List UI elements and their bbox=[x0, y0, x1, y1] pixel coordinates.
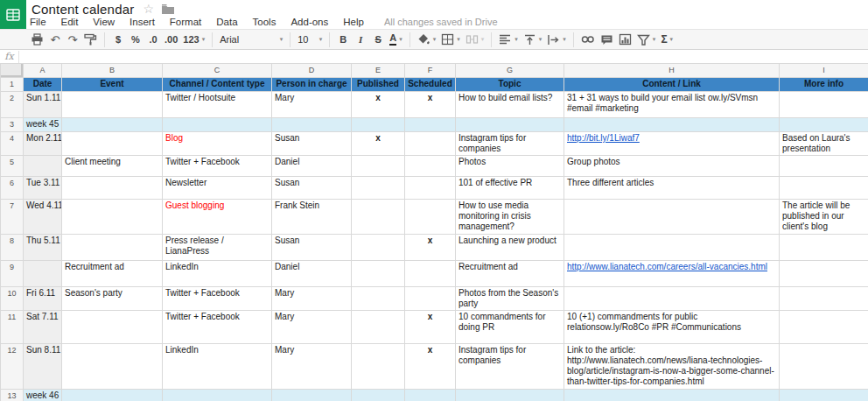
cell-D7[interactable]: Frank Stein bbox=[272, 200, 352, 235]
cell-D1[interactable]: Person in charge bbox=[272, 78, 352, 92]
cell-I5[interactable] bbox=[780, 156, 868, 177]
cell-H7[interactable] bbox=[564, 200, 780, 235]
cell-B7[interactable] bbox=[62, 200, 163, 235]
paint-format-button[interactable] bbox=[81, 31, 100, 48]
cell-D11[interactable]: Mary bbox=[272, 311, 352, 344]
cell-F8[interactable]: x bbox=[405, 235, 456, 261]
strikethrough-button[interactable]: S bbox=[369, 31, 387, 48]
filter-button[interactable]: ▾ bbox=[634, 31, 659, 48]
increase-decimal-button[interactable]: .00 bbox=[162, 31, 180, 48]
menu-data[interactable]: Data bbox=[216, 17, 237, 27]
cell-G8[interactable]: Launching a new product bbox=[456, 235, 564, 261]
font-size-select[interactable]: 10▾ bbox=[295, 31, 325, 48]
cell-C11[interactable]: Twitter + Facebook bbox=[163, 311, 272, 344]
cell-H5[interactable]: Group photos bbox=[564, 156, 780, 177]
menu-file[interactable]: File bbox=[30, 17, 46, 27]
cell-I6[interactable] bbox=[780, 177, 868, 200]
cell-B2[interactable] bbox=[62, 92, 163, 118]
cell-F2[interactable]: x bbox=[405, 92, 456, 118]
cell-E1[interactable]: Published bbox=[352, 78, 405, 92]
cell-C12[interactable]: LinkedIn bbox=[163, 344, 272, 390]
cell-I9[interactable] bbox=[780, 261, 868, 287]
cell-G10[interactable]: Photos from the Season's party bbox=[456, 287, 564, 311]
cell-A12[interactable]: Sun 8.11 bbox=[24, 344, 62, 390]
column-header-B[interactable]: B bbox=[62, 64, 163, 78]
cell-A2[interactable]: Sun 1.11 bbox=[24, 92, 62, 118]
cell-H12[interactable]: Link to the article: http://www.lianatec… bbox=[564, 344, 780, 390]
cell-H4[interactable]: http://bit.ly/1Liwaf7 bbox=[564, 132, 780, 156]
cell-B11[interactable] bbox=[62, 311, 163, 344]
format-percent-button[interactable]: % bbox=[127, 31, 144, 48]
cell-D3[interactable] bbox=[272, 118, 352, 132]
cell-D9[interactable]: Daniel bbox=[272, 261, 352, 287]
cell-B13[interactable] bbox=[62, 390, 163, 401]
row-header-5[interactable]: 5 bbox=[1, 156, 24, 177]
cell-C6[interactable]: Newsletter bbox=[163, 177, 272, 200]
cell-A7[interactable]: Wed 4.11 bbox=[24, 200, 62, 235]
cell-G7[interactable]: How to use media monitoring in crisis ma… bbox=[456, 200, 564, 235]
cell-A13[interactable]: week 46 bbox=[24, 390, 62, 401]
select-all-corner[interactable] bbox=[1, 64, 24, 78]
cell-A9[interactable] bbox=[24, 261, 62, 287]
cell-A3[interactable]: week 45 bbox=[24, 118, 62, 132]
cell-F11[interactable]: x bbox=[405, 311, 456, 344]
cell-G5[interactable]: Photos bbox=[456, 156, 564, 177]
row-header-6[interactable]: 6 bbox=[1, 177, 24, 200]
menu-format[interactable]: Format bbox=[170, 17, 201, 27]
cell-C2[interactable]: Twitter / Hootsuite bbox=[163, 92, 272, 118]
cell-C5[interactable]: Twitter + Facebook bbox=[163, 156, 272, 177]
cell-D2[interactable]: Mary bbox=[272, 92, 352, 118]
insert-comment-button[interactable] bbox=[598, 31, 616, 48]
text-color-button[interactable]: A▾ bbox=[387, 31, 404, 48]
row-header-8[interactable]: 8 bbox=[1, 235, 24, 261]
folder-icon[interactable] bbox=[162, 4, 174, 14]
cell-A6[interactable]: Tue 3.11 bbox=[24, 177, 62, 200]
cell-I10[interactable] bbox=[780, 287, 868, 311]
column-header-D[interactable]: D bbox=[272, 64, 352, 78]
cell-D4[interactable]: Susan bbox=[272, 132, 352, 156]
cell-E5[interactable] bbox=[352, 156, 405, 177]
column-header-F[interactable]: F bbox=[405, 64, 456, 78]
document-title[interactable]: Content calendar bbox=[32, 2, 134, 17]
menu-add-ons[interactable]: Add-ons bbox=[290, 17, 328, 27]
cell-E4[interactable]: x bbox=[352, 132, 405, 156]
cell-H1[interactable]: Content / Link bbox=[564, 78, 780, 92]
cell-C3[interactable] bbox=[163, 118, 272, 132]
cell-C8[interactable]: Press release / LianaPress bbox=[163, 235, 272, 261]
cell-F5[interactable] bbox=[405, 156, 456, 177]
cell-B12[interactable] bbox=[62, 344, 163, 390]
cell-H9[interactable]: http://www.lianatech.com/careers/all-vac… bbox=[564, 261, 780, 287]
cell-F12[interactable]: x bbox=[405, 344, 456, 390]
cell-A11[interactable]: Sat 7.11 bbox=[24, 311, 62, 344]
bold-button[interactable]: B bbox=[334, 31, 352, 48]
cell-E8[interactable] bbox=[352, 235, 405, 261]
cell-E13[interactable] bbox=[352, 390, 405, 401]
cell-E7[interactable] bbox=[352, 200, 405, 235]
vertical-align-button[interactable]: ▾ bbox=[521, 31, 545, 48]
cell-C9[interactable]: LinkedIn bbox=[163, 261, 272, 287]
font-family-select[interactable]: Arial▾ bbox=[217, 31, 285, 48]
cell-E9[interactable] bbox=[352, 261, 405, 287]
cell-H10[interactable] bbox=[564, 287, 780, 311]
cell-I2[interactable] bbox=[780, 92, 868, 118]
column-header-H[interactable]: H bbox=[564, 64, 780, 78]
menu-view[interactable]: View bbox=[93, 17, 115, 27]
undo-button[interactable]: ↶ bbox=[46, 31, 64, 48]
menu-edit[interactable]: Edit bbox=[61, 17, 79, 27]
row-header-1[interactable]: 1 bbox=[1, 78, 24, 92]
cell-F9[interactable] bbox=[405, 261, 456, 287]
cell-I11[interactable] bbox=[780, 311, 868, 344]
cell-E6[interactable] bbox=[352, 177, 405, 200]
number-format-button[interactable]: 123▾ bbox=[180, 31, 207, 48]
format-currency-button[interactable]: $ bbox=[109, 31, 127, 48]
sheets-logo-icon[interactable] bbox=[0, 0, 26, 29]
menu-help[interactable]: Help bbox=[343, 17, 364, 27]
cell-F4[interactable] bbox=[405, 132, 456, 156]
cell-F7[interactable] bbox=[405, 200, 456, 235]
cell-I8[interactable] bbox=[780, 235, 868, 261]
italic-button[interactable]: I bbox=[352, 31, 369, 48]
cell-I3[interactable] bbox=[780, 118, 868, 132]
cell-F1[interactable]: Scheduled bbox=[405, 78, 456, 92]
print-button[interactable] bbox=[28, 31, 46, 48]
row-header-4[interactable]: 4 bbox=[1, 132, 24, 156]
